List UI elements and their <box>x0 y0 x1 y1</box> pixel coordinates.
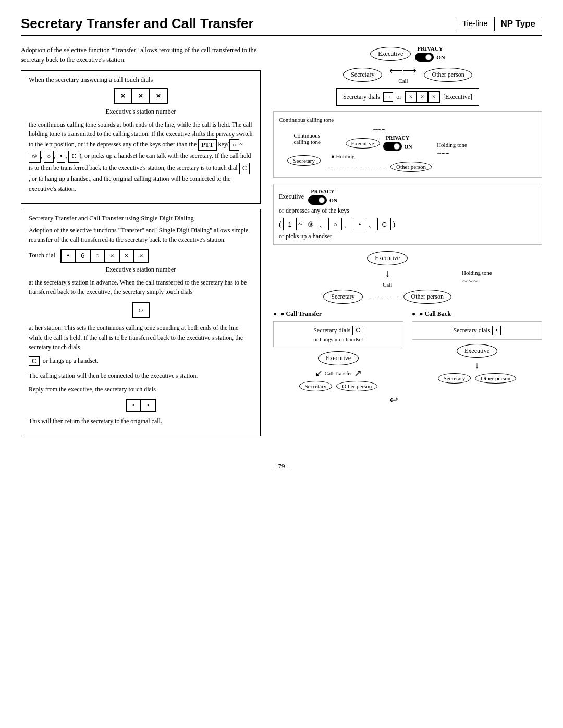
ct-secretary: Secretary <box>299 381 333 391</box>
privacy-label1: PRIVACY <box>417 45 443 52</box>
diag3-privacy: PRIVACY ON <box>308 189 337 205</box>
cb-sec-dials: Secretary dials <box>453 327 490 335</box>
center-key-o: ○ <box>29 302 253 318</box>
box2-body1: Adoption of the selective functions "Tra… <box>29 226 253 245</box>
cb-sec-dials-row: Secretary dials • <box>417 326 537 335</box>
ct-title: ● Call Transfer <box>280 310 322 317</box>
key-x2: × <box>132 89 150 103</box>
box2-title: Secretary Transfer and Call Transfer usi… <box>29 215 253 223</box>
ct-sec-dials: Secretary dials <box>313 327 350 335</box>
intro-text: Adoption of the selective function "Tran… <box>21 45 261 65</box>
toggle-knob1 <box>425 54 432 60</box>
ds-x1: × <box>105 250 119 262</box>
ct-call-transfer-lbl: Call Transfer <box>325 371 352 376</box>
bk-9: ⑨ <box>304 218 317 230</box>
ct-c-key: C <box>352 326 363 335</box>
box1-key-group: × × × <box>114 88 168 104</box>
page-header: Secretary Transfer and Call Transfer Tie… <box>21 16 542 36</box>
toggle-row2: ON <box>383 142 412 151</box>
paren-close: ) <box>393 220 395 229</box>
call-back-section: ● ● Call Back Secretary dials • Executiv… <box>412 310 542 406</box>
diag1-privacy: PRIVACY ON <box>415 45 445 62</box>
diag3: Executive PRIVACY ON or depresses any of… <box>273 184 542 245</box>
bk-1: 1 <box>283 218 297 230</box>
diag2: Continuous calling tone Continuouscallin… <box>273 111 542 178</box>
continuous-tone-text: Continuous calling tone <box>279 117 536 123</box>
single-key-o: ○ <box>132 302 150 318</box>
box1-dial-display: × × × <box>29 88 253 104</box>
diag4-dashed <box>365 297 401 297</box>
reply-keys: • • <box>29 399 253 412</box>
cont-tone-label: Continuouscalling tone <box>293 132 321 145</box>
bk-c: C <box>377 218 391 230</box>
toggle-knob3 <box>319 197 325 203</box>
or-picks: or picks up a handset <box>279 232 536 240</box>
rk-dot2: • <box>141 399 155 412</box>
holding-tone: Holding tone <box>437 142 467 148</box>
arrow-both: ⟵⟶ <box>389 65 417 77</box>
diag4-arrow-down: ↓ <box>385 267 390 279</box>
page-title: Secretary Transfer and Call Transfer <box>21 16 254 32</box>
privacy-label3: PRIVACY <box>311 189 335 194</box>
ct-arrow-left: ↙ <box>315 367 323 379</box>
page-number: – 79 – <box>21 462 542 471</box>
bk-dot: • <box>353 218 366 230</box>
diag3-executive-text: Executive <box>279 193 304 201</box>
ct-arrow-right: ↗ <box>354 367 362 379</box>
cb-executive: Executive <box>457 344 497 358</box>
box1-title: When the secretary answering a call touc… <box>29 76 253 84</box>
ct-bullet: ● <box>273 310 277 317</box>
or-hangs-row: C or hangs up a handset. <box>29 356 253 366</box>
comma3: 、 <box>368 219 376 229</box>
toggle-body3 <box>308 195 327 205</box>
diag4-secretary: Secretary <box>323 290 362 304</box>
on-label2: ON <box>405 144 412 150</box>
zigzag-top: ∼∼∼ <box>373 126 385 133</box>
ct-bottom-row: Secretary Other person <box>299 381 378 391</box>
cb-title: ● Call Back <box>419 310 451 317</box>
dial-sequence: • 6 ○ × × × <box>60 249 149 263</box>
box2-body3: at her station. This sets the continuous… <box>29 323 253 352</box>
diag1-otherperson-oval: Other person <box>424 68 472 82</box>
or-depresses: or depresses any of the keys <box>279 207 536 215</box>
diag1-executive-label: [Executive] <box>443 93 472 101</box>
reply-key-group: • • <box>126 399 156 412</box>
cb-dot-key: • <box>492 326 500 335</box>
right-column: Executive PRIVACY ON Secretary ⟵⟶ Call <box>273 45 542 441</box>
ds-x3: × <box>134 250 149 262</box>
toggle-body2 <box>383 142 402 151</box>
dashed-line <box>326 167 388 167</box>
ds-6: 6 <box>76 250 90 262</box>
box2: Secretary Transfer and Call Transfer usi… <box>21 209 261 436</box>
diag1-key-x3: × <box>428 92 439 102</box>
cb-diagram: Executive ↓ Secretary Other person <box>412 344 542 384</box>
diag1-key-x1: × <box>405 92 417 102</box>
toggle-row1: ON <box>415 53 445 62</box>
paren-open: ( <box>279 220 282 229</box>
toggle-row3: ON <box>308 195 337 205</box>
cb-other-person: Other person <box>475 373 516 384</box>
ct-or-hangs: or hangs up a handset <box>278 336 399 342</box>
diag4-executive: Executive <box>367 251 408 265</box>
ds-o: ○ <box>90 250 105 262</box>
toggle-body1 <box>415 53 434 62</box>
cb-bullet: ● <box>412 310 415 317</box>
holding-label: ● Holding <box>331 153 354 159</box>
diag1-secretary-oval: Secretary <box>343 68 382 82</box>
diag1-key-o: ○ <box>383 92 393 102</box>
content-area: Adoption of the selective function "Tran… <box>21 45 542 441</box>
bottom-diagrams: ● ● Call Transfer Secretary dials C or h… <box>273 310 542 406</box>
or-hangs-text: or hangs up a handset. <box>43 357 99 365</box>
box1: When the secretary answering a call touc… <box>21 70 261 204</box>
ct-top-box: Secretary dials C or hangs up a handset <box>273 321 403 347</box>
box1-body: the continuous calling tone sounds at bo… <box>29 120 253 194</box>
rk-dot1: • <box>126 399 141 412</box>
on-label3: ON <box>329 198 337 203</box>
comma2: 、 <box>344 219 351 229</box>
call-label: Call <box>398 78 408 84</box>
ct-diagram: Executive ↙ Call Transfer ↗ Secretary Ot… <box>273 351 403 406</box>
privacy-label2: PRIVACY <box>386 135 409 141</box>
ct-arrow-row: ↙ Call Transfer ↗ <box>315 367 362 379</box>
left-column: Adoption of the selective function "Tran… <box>21 45 261 441</box>
diag1-executive-oval: Executive <box>370 47 411 61</box>
